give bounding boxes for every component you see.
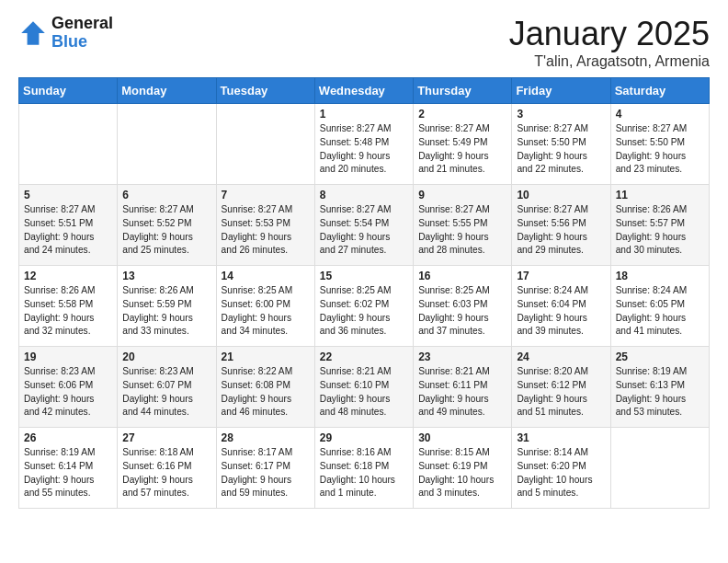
weekday-header-cell: Saturday — [610, 78, 709, 104]
title-block: January 2025 T'alin, Aragatsotn, Armenia — [509, 15, 710, 70]
day-info: Sunrise: 8:21 AM Sunset: 6:11 PM Dayligh… — [418, 365, 506, 419]
day-info: Sunrise: 8:27 AM Sunset: 5:54 PM Dayligh… — [320, 203, 408, 258]
day-number: 18 — [616, 270, 704, 282]
calendar-day-cell: 17Sunrise: 8:24 AM Sunset: 6:04 PM Dayli… — [512, 266, 610, 347]
day-info: Sunrise: 8:19 AM Sunset: 6:14 PM Dayligh… — [24, 446, 112, 500]
day-number: 20 — [122, 350, 210, 363]
day-number: 15 — [320, 270, 408, 282]
calendar-day-cell: 20Sunrise: 8:23 AM Sunset: 6:07 PM Dayli… — [118, 347, 216, 428]
page: General Blue January 2025 T'alin, Aragat… — [0, 0, 728, 523]
day-number: 9 — [418, 189, 506, 201]
calendar-day-cell: 2Sunrise: 8:27 AM Sunset: 5:49 PM Daylig… — [414, 104, 512, 185]
day-number: 31 — [517, 431, 605, 444]
calendar-day-cell: 4Sunrise: 8:27 AM Sunset: 5:50 PM Daylig… — [610, 104, 709, 185]
day-info: Sunrise: 8:27 AM Sunset: 5:48 PM Dayligh… — [320, 122, 408, 177]
calendar-day-cell: 19Sunrise: 8:23 AM Sunset: 6:06 PM Dayli… — [19, 347, 118, 428]
day-number: 13 — [122, 270, 210, 282]
calendar-day-cell: 8Sunrise: 8:27 AM Sunset: 5:54 PM Daylig… — [314, 185, 413, 266]
day-info: Sunrise: 8:27 AM Sunset: 5:50 PM Dayligh… — [616, 122, 704, 177]
weekday-header-cell: Sunday — [19, 78, 118, 104]
day-number: 11 — [616, 189, 704, 201]
logo-text: General Blue — [51, 15, 113, 52]
calendar-day-cell: 23Sunrise: 8:21 AM Sunset: 6:11 PM Dayli… — [414, 347, 512, 428]
day-info: Sunrise: 8:27 AM Sunset: 5:52 PM Dayligh… — [122, 203, 210, 258]
weekday-header: SundayMondayTuesdayWednesdayThursdayFrid… — [19, 78, 710, 104]
calendar-body: 1Sunrise: 8:27 AM Sunset: 5:48 PM Daylig… — [19, 104, 710, 509]
header-row: General Blue January 2025 T'alin, Aragat… — [18, 15, 710, 70]
calendar-day-cell: 29Sunrise: 8:16 AM Sunset: 6:18 PM Dayli… — [314, 428, 413, 509]
calendar-day-cell: 18Sunrise: 8:24 AM Sunset: 6:05 PM Dayli… — [610, 266, 709, 347]
day-number: 8 — [320, 189, 408, 201]
calendar-day-cell: 6Sunrise: 8:27 AM Sunset: 5:52 PM Daylig… — [118, 185, 216, 266]
day-number: 23 — [418, 350, 506, 363]
day-number: 3 — [517, 108, 605, 121]
calendar-day-cell: 28Sunrise: 8:17 AM Sunset: 6:17 PM Dayli… — [216, 428, 314, 509]
logo-icon — [18, 18, 48, 48]
weekday-header-cell: Thursday — [414, 78, 512, 104]
day-info: Sunrise: 8:27 AM Sunset: 5:55 PM Dayligh… — [418, 203, 506, 258]
weekday-header-cell: Monday — [118, 78, 216, 104]
day-number: 21 — [222, 350, 310, 363]
day-info: Sunrise: 8:25 AM Sunset: 6:02 PM Dayligh… — [320, 284, 408, 339]
calendar-day-cell: 10Sunrise: 8:27 AM Sunset: 5:56 PM Dayli… — [512, 185, 610, 266]
calendar-week-row: 5Sunrise: 8:27 AM Sunset: 5:51 PM Daylig… — [19, 185, 710, 266]
day-number: 22 — [320, 350, 408, 363]
location-title: T'alin, Aragatsotn, Armenia — [509, 53, 710, 70]
day-info: Sunrise: 8:27 AM Sunset: 5:56 PM Dayligh… — [517, 203, 605, 258]
day-info: Sunrise: 8:23 AM Sunset: 6:06 PM Dayligh… — [24, 365, 112, 419]
calendar-day-cell: 3Sunrise: 8:27 AM Sunset: 5:50 PM Daylig… — [512, 104, 610, 185]
day-info: Sunrise: 8:18 AM Sunset: 6:16 PM Dayligh… — [122, 446, 210, 500]
calendar-day-cell: 13Sunrise: 8:26 AM Sunset: 5:59 PM Dayli… — [118, 266, 216, 347]
day-info: Sunrise: 8:15 AM Sunset: 6:19 PM Dayligh… — [418, 446, 506, 500]
calendar-day-cell: 14Sunrise: 8:25 AM Sunset: 6:00 PM Dayli… — [216, 266, 314, 347]
day-info: Sunrise: 8:22 AM Sunset: 6:08 PM Dayligh… — [222, 365, 310, 419]
day-number: 10 — [517, 189, 605, 201]
day-info: Sunrise: 8:16 AM Sunset: 6:18 PM Dayligh… — [320, 446, 408, 500]
weekday-header-cell: Wednesday — [314, 78, 413, 104]
weekday-header-cell: Friday — [512, 78, 610, 104]
calendar-week-row: 19Sunrise: 8:23 AM Sunset: 6:06 PM Dayli… — [19, 347, 710, 428]
day-number: 6 — [122, 189, 210, 201]
calendar-day-cell: 11Sunrise: 8:26 AM Sunset: 5:57 PM Dayli… — [610, 185, 709, 266]
day-number: 30 — [418, 431, 506, 444]
day-number: 12 — [24, 270, 112, 282]
weekday-header-cell: Tuesday — [216, 78, 314, 104]
calendar-day-cell: 5Sunrise: 8:27 AM Sunset: 5:51 PM Daylig… — [19, 185, 118, 266]
day-number: 2 — [418, 108, 506, 121]
calendar-week-row: 26Sunrise: 8:19 AM Sunset: 6:14 PM Dayli… — [19, 428, 710, 509]
calendar-day-cell: 31Sunrise: 8:14 AM Sunset: 6:20 PM Dayli… — [512, 428, 610, 509]
day-info: Sunrise: 8:27 AM Sunset: 5:53 PM Dayligh… — [222, 203, 310, 258]
day-info: Sunrise: 8:19 AM Sunset: 6:13 PM Dayligh… — [616, 365, 704, 419]
calendar-day-cell: 26Sunrise: 8:19 AM Sunset: 6:14 PM Dayli… — [19, 428, 118, 509]
day-number: 24 — [517, 350, 605, 363]
day-number: 1 — [320, 108, 408, 121]
calendar-day-cell: 27Sunrise: 8:18 AM Sunset: 6:16 PM Dayli… — [118, 428, 216, 509]
day-info: Sunrise: 8:25 AM Sunset: 6:03 PM Dayligh… — [418, 284, 506, 339]
day-info: Sunrise: 8:24 AM Sunset: 6:04 PM Dayligh… — [517, 284, 605, 339]
day-number: 7 — [222, 189, 310, 201]
calendar-day-cell — [118, 104, 216, 185]
day-number: 5 — [24, 189, 112, 201]
day-number: 25 — [616, 350, 704, 363]
day-info: Sunrise: 8:21 AM Sunset: 6:10 PM Dayligh… — [320, 365, 408, 419]
day-info: Sunrise: 8:17 AM Sunset: 6:17 PM Dayligh… — [222, 446, 310, 500]
svg-marker-0 — [21, 21, 45, 45]
calendar-day-cell: 9Sunrise: 8:27 AM Sunset: 5:55 PM Daylig… — [414, 185, 512, 266]
day-info: Sunrise: 8:26 AM Sunset: 5:57 PM Dayligh… — [616, 203, 704, 258]
day-info: Sunrise: 8:24 AM Sunset: 6:05 PM Dayligh… — [616, 284, 704, 339]
day-info: Sunrise: 8:20 AM Sunset: 6:12 PM Dayligh… — [517, 365, 605, 419]
day-info: Sunrise: 8:27 AM Sunset: 5:51 PM Dayligh… — [24, 203, 112, 258]
day-info: Sunrise: 8:26 AM Sunset: 5:58 PM Dayligh… — [24, 284, 112, 339]
calendar-table: SundayMondayTuesdayWednesdayThursdayFrid… — [18, 77, 710, 509]
calendar-day-cell: 16Sunrise: 8:25 AM Sunset: 6:03 PM Dayli… — [414, 266, 512, 347]
calendar-day-cell: 7Sunrise: 8:27 AM Sunset: 5:53 PM Daylig… — [216, 185, 314, 266]
calendar-week-row: 1Sunrise: 8:27 AM Sunset: 5:48 PM Daylig… — [19, 104, 710, 185]
month-title: January 2025 — [509, 15, 710, 53]
day-number: 26 — [24, 431, 112, 444]
calendar-day-cell — [19, 104, 118, 185]
day-number: 14 — [222, 270, 310, 282]
calendar-day-cell: 25Sunrise: 8:19 AM Sunset: 6:13 PM Dayli… — [610, 347, 709, 428]
day-number: 27 — [122, 431, 210, 444]
calendar-day-cell: 22Sunrise: 8:21 AM Sunset: 6:10 PM Dayli… — [314, 347, 413, 428]
calendar-day-cell — [216, 104, 314, 185]
